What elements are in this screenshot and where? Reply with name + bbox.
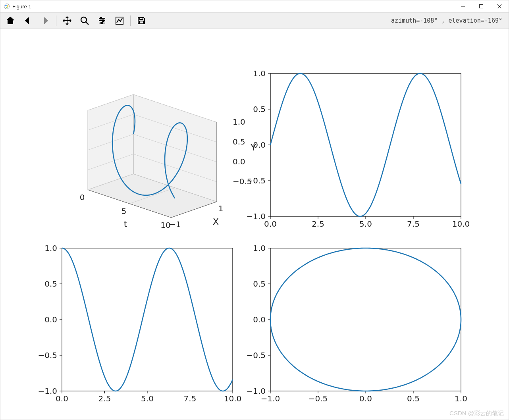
svg-text:−0.5: −0.5 bbox=[246, 351, 266, 360]
svg-text:1.0: 1.0 bbox=[455, 394, 467, 403]
svg-text:0.0: 0.0 bbox=[56, 394, 68, 403]
svg-rect-15 bbox=[101, 22, 102, 24]
svg-text:−0.5: −0.5 bbox=[308, 394, 328, 403]
svg-text:5.0: 5.0 bbox=[141, 394, 154, 403]
matplotlib-toolbar: azimuth=-108° , elevation=-169° bbox=[0, 13, 509, 29]
svg-text:Y: Y bbox=[250, 143, 256, 152]
svg-text:10.0: 10.0 bbox=[452, 219, 470, 229]
svg-text:0.0: 0.0 bbox=[264, 219, 277, 229]
svg-text:0.5: 0.5 bbox=[44, 279, 57, 289]
svg-text:5: 5 bbox=[121, 206, 127, 216]
svg-text:1.0: 1.0 bbox=[253, 69, 266, 78]
svg-text:2.5: 2.5 bbox=[312, 219, 324, 229]
titlebar: Figure 1 bbox=[0, 0, 509, 13]
svg-line-9 bbox=[86, 22, 89, 25]
svg-point-8 bbox=[81, 17, 87, 23]
maximize-button[interactable] bbox=[472, 0, 490, 12]
svg-text:t: t bbox=[124, 219, 127, 229]
svg-text:5.0: 5.0 bbox=[359, 219, 372, 229]
svg-text:0.5: 0.5 bbox=[407, 394, 420, 403]
svg-rect-11 bbox=[100, 17, 102, 19]
svg-rect-61 bbox=[270, 248, 461, 391]
svg-text:1.0: 1.0 bbox=[253, 243, 266, 253]
svg-point-2 bbox=[7, 5, 9, 7]
svg-rect-40 bbox=[62, 248, 233, 391]
svg-rect-13 bbox=[102, 20, 104, 21]
back-icon[interactable] bbox=[19, 13, 36, 28]
app-icon bbox=[4, 3, 10, 10]
svg-point-1 bbox=[5, 5, 7, 6]
svg-text:0: 0 bbox=[80, 193, 85, 202]
view-status-text: azimuth=-108° , elevation=-169° bbox=[391, 17, 507, 24]
subplot-3d: 0510−11−0.50.00.51.0tXY bbox=[80, 94, 256, 230]
svg-rect-17 bbox=[140, 17, 143, 19]
zoom-icon[interactable] bbox=[76, 13, 93, 28]
svg-rect-18 bbox=[139, 21, 143, 24]
svg-text:0.5: 0.5 bbox=[253, 104, 266, 114]
svg-text:0.0: 0.0 bbox=[253, 315, 266, 324]
subplot-p22: −1.0−0.50.00.51.0−1.0−0.50.00.51.0 bbox=[246, 243, 467, 403]
svg-text:X: X bbox=[213, 217, 219, 227]
svg-text:−0.5: −0.5 bbox=[38, 351, 57, 360]
svg-text:0.0: 0.0 bbox=[233, 157, 245, 166]
toolbar-separator bbox=[130, 15, 131, 26]
svg-text:−0.5: −0.5 bbox=[233, 177, 252, 186]
app-window: Figure 1 azimuth=-108° , elevation=-169°… bbox=[0, 0, 509, 420]
svg-text:−1.0: −1.0 bbox=[246, 386, 266, 396]
svg-text:−1.0: −1.0 bbox=[246, 212, 266, 221]
close-button[interactable] bbox=[490, 0, 509, 12]
svg-text:1: 1 bbox=[218, 204, 224, 213]
configure-subplots-icon[interactable] bbox=[94, 13, 110, 28]
svg-text:7.5: 7.5 bbox=[184, 394, 197, 403]
save-icon[interactable] bbox=[133, 13, 150, 28]
toolbar-separator bbox=[56, 15, 56, 26]
home-icon[interactable] bbox=[2, 13, 19, 28]
svg-text:0.0: 0.0 bbox=[44, 315, 57, 324]
svg-text:2.5: 2.5 bbox=[98, 394, 111, 403]
edit-axes-icon[interactable] bbox=[111, 13, 128, 28]
svg-text:−1: −1 bbox=[169, 220, 181, 229]
minimize-button[interactable] bbox=[454, 0, 472, 12]
svg-point-3 bbox=[6, 7, 8, 8]
svg-text:10.0: 10.0 bbox=[224, 394, 242, 403]
svg-text:1.0: 1.0 bbox=[233, 117, 245, 127]
svg-text:0.5: 0.5 bbox=[253, 279, 266, 289]
svg-rect-19 bbox=[270, 73, 461, 216]
subplot-p21: 0.02.55.07.510.0−1.0−0.50.00.51.0 bbox=[38, 243, 241, 403]
pan-icon[interactable] bbox=[59, 13, 75, 28]
svg-text:−1.0: −1.0 bbox=[38, 386, 57, 396]
figure-canvas[interactable]: 0.02.55.07.510.0−1.0−0.50.00.51.00.02.55… bbox=[0, 29, 509, 420]
svg-rect-5 bbox=[480, 5, 483, 8]
svg-text:0.5: 0.5 bbox=[233, 137, 245, 146]
svg-text:0.0: 0.0 bbox=[359, 394, 372, 403]
window-title: Figure 1 bbox=[12, 4, 31, 10]
subplot-p12: 0.02.55.07.510.0−1.0−0.50.00.51.0 bbox=[246, 69, 470, 229]
forward-icon[interactable] bbox=[37, 13, 54, 28]
svg-text:1.0: 1.0 bbox=[44, 243, 57, 253]
svg-text:7.5: 7.5 bbox=[407, 219, 420, 229]
